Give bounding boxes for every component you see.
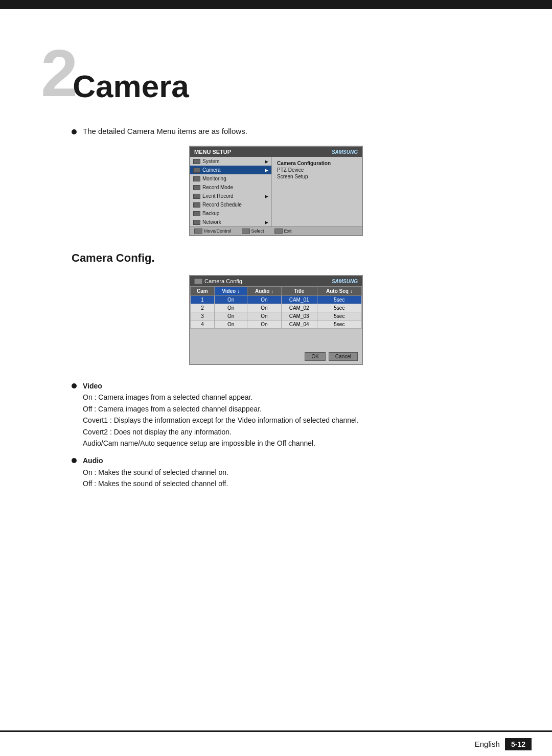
video-line-4: Covert2 : Does not display the any infor… [83, 428, 232, 436]
cell-title: CAM_01 [281, 296, 317, 304]
cell-audio: On [247, 312, 281, 320]
menu-setup-header: MENU SETUP SAMSUNG [190, 147, 362, 157]
menu-setup-screenshot: MENU SETUP SAMSUNG System ▶ Camera ▶ [41, 146, 511, 236]
menu-setup-footer: Move/Control Select Exit [190, 226, 362, 235]
camera-config-section-title: Camera Config. [72, 251, 511, 265]
cell-video: On [214, 304, 247, 312]
cell-video: On [214, 320, 247, 329]
cell-video: On [214, 312, 247, 320]
cell-auto-seq: 5sec [317, 296, 361, 304]
cell-cam: 4 [191, 320, 215, 329]
cell-title: CAM_03 [281, 312, 317, 320]
cancel-button[interactable]: Cancel [329, 352, 358, 361]
event-record-arrow-icon: ▶ [265, 194, 268, 199]
col-audio: Audio ↓ [247, 287, 281, 296]
audio-line-1: On : Makes the sound of selected channel… [83, 468, 228, 476]
menu-left-panel: System ▶ Camera ▶ Monitoring Record [190, 157, 272, 226]
footer-move-control: Move/Control [194, 228, 232, 234]
video-title: Video [83, 382, 102, 390]
menu-item-monitoring-label: Monitoring [202, 176, 226, 181]
cell-auto-seq: 5sec [317, 304, 361, 312]
video-line-2: Off : Camera images from a selected chan… [83, 405, 262, 413]
table-row: 2 On On CAM_02 5sec [191, 304, 362, 312]
select-icon [242, 228, 250, 234]
language-label: English [475, 740, 502, 748]
menu-right-panel: Camera Configuration PTZ Device Screen S… [272, 157, 362, 226]
camera-icon [193, 168, 200, 173]
bullet-icon [72, 383, 77, 388]
sub-item-ptz-device: PTZ Device [277, 167, 357, 173]
cell-audio: On [247, 304, 281, 312]
col-cam: Cam [191, 287, 215, 296]
menu-item-camera: Camera ▶ [190, 166, 271, 174]
table-row: 4 On On CAM_04 5sec [191, 320, 362, 329]
cell-audio: On [247, 296, 281, 304]
samsung-logo-menu: SAMSUNG [332, 149, 358, 155]
menu-item-system-label: System [202, 158, 219, 164]
menu-setup-body: System ▶ Camera ▶ Monitoring Record [190, 157, 362, 226]
camera-config-header: Camera Config SAMSUNG [190, 276, 362, 286]
footer-select-label: Select [251, 228, 264, 234]
chapter-title: Camera [73, 71, 189, 106]
table-row: 3 On On CAM_03 5sec [191, 312, 362, 320]
menu-item-camera-label: Camera [202, 167, 221, 173]
menu-item-backup-label: Backup [202, 211, 219, 216]
menu-item-network-label: Network [202, 219, 221, 225]
ok-button[interactable]: OK [305, 352, 325, 361]
page-badge: 5-12 [505, 738, 532, 750]
sub-item-camera-config: Camera Configuration [277, 160, 357, 167]
footer-select: Select [242, 228, 264, 234]
camera-config-header-label: Camera Config [204, 278, 242, 284]
menu-item-record-schedule: Record Schedule [190, 200, 271, 209]
camera-arrow-icon: ▶ [265, 168, 268, 173]
description-section: Video On : Camera images from a selected… [72, 380, 511, 490]
bullet-icon [72, 458, 77, 463]
move-control-icon [194, 228, 202, 234]
audio-desc-content: Audio On : Makes the sound of selected c… [83, 455, 228, 489]
cell-cam: 3 [191, 312, 215, 320]
intro-bullet: The detailed Camera Menu items are as fo… [72, 127, 511, 135]
col-title: Title [281, 287, 317, 296]
video-description: Video On : Camera images from a selected… [72, 380, 511, 449]
audio-title: Audio [83, 456, 103, 465]
menu-item-monitoring: Monitoring [190, 174, 271, 183]
menu-item-record-schedule-label: Record Schedule [202, 202, 242, 208]
camera-config-footer: OK Cancel [190, 349, 362, 364]
camera-config-table: Cam Video ↓ Audio ↓ Title Auto Seq ↓ 1 O… [190, 286, 362, 329]
cell-title: CAM_02 [281, 304, 317, 312]
menu-setup-title: MENU SETUP [194, 149, 231, 155]
table-header-row: Cam Video ↓ Audio ↓ Title Auto Seq ↓ [191, 287, 362, 296]
exit-icon [274, 228, 283, 234]
system-icon [193, 159, 200, 164]
menu-item-backup: Backup [190, 209, 271, 218]
page-footer: English 5-12 [0, 730, 552, 756]
camera-config-box: Camera Config SAMSUNG Cam Video ↓ Audio … [189, 275, 363, 365]
cell-cam: 2 [191, 304, 215, 312]
record-schedule-icon [193, 202, 200, 208]
cell-video: On [214, 296, 247, 304]
video-line-1: On : Camera images from a selected chann… [83, 393, 252, 401]
menu-setup-box: MENU SETUP SAMSUNG System ▶ Camera ▶ [189, 146, 363, 236]
audio-line-2: Off : Makes the sound of selected channe… [83, 479, 228, 488]
cell-audio: On [247, 320, 281, 329]
cell-auto-seq: 5sec [317, 320, 361, 329]
system-arrow-icon: ▶ [265, 159, 268, 164]
record-mode-icon [193, 185, 200, 190]
camera-config-screenshot: Camera Config SAMSUNG Cam Video ↓ Audio … [41, 275, 511, 365]
menu-item-event-record-label: Event Record [202, 193, 234, 199]
col-auto-seq: Auto Seq ↓ [317, 287, 361, 296]
cell-auto-seq: 5sec [317, 312, 361, 320]
menu-item-system: System ▶ [190, 157, 271, 166]
network-icon [193, 220, 200, 225]
chapter-heading: 2 Camera [41, 40, 511, 106]
menu-item-record-mode: Record Mode [190, 183, 271, 192]
audio-description: Audio On : Makes the sound of selected c… [72, 455, 511, 489]
menu-item-record-mode-label: Record Mode [202, 185, 233, 190]
network-arrow-icon: ▶ [265, 220, 268, 225]
menu-item-network: Network ▶ [190, 218, 271, 226]
page-number-container: English 5-12 [475, 738, 532, 750]
camera-config-header-icon [194, 279, 202, 284]
footer-exit: Exit [274, 228, 292, 234]
footer-exit-label: Exit [284, 228, 292, 234]
col-video: Video ↓ [214, 287, 247, 296]
